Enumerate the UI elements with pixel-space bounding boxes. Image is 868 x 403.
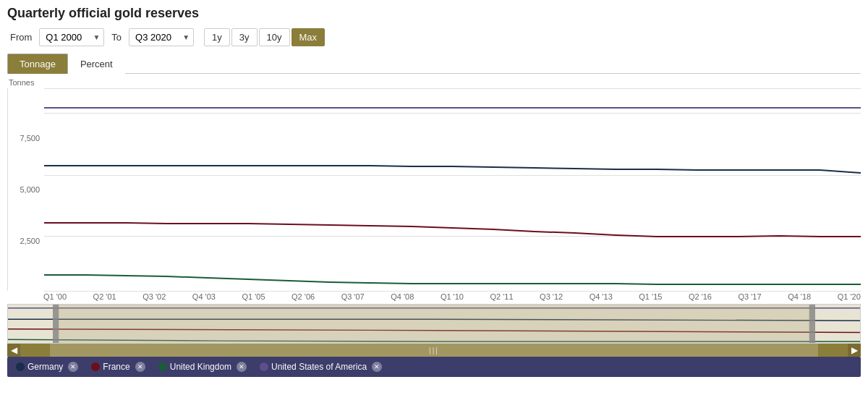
mini-chart-svg: [8, 305, 860, 343]
france-remove-button[interactable]: ✕: [135, 362, 145, 372]
page: Quarterly official gold reserves From Q1…: [0, 0, 868, 377]
from-select-wrapper: Q1 2000Q2 2000Q3 2000 ▼: [39, 28, 104, 46]
legend-item-germany: Germany ✕: [16, 362, 78, 372]
x-tick-4: Q1 '05: [242, 292, 265, 301]
scrollbar[interactable]: ◀ ||| ▶: [7, 344, 861, 357]
chart-inner: [44, 88, 861, 291]
x-tick-3: Q4 '03: [192, 292, 216, 301]
x-tick-11: Q4 '13: [590, 292, 613, 301]
x-tick-5: Q2 '06: [292, 292, 315, 301]
from-select[interactable]: Q1 2000Q2 2000Q3 2000: [39, 28, 104, 46]
chart-title: Quarterly official gold reserves: [7, 6, 861, 21]
tabs: Tonnage Percent: [7, 54, 861, 74]
x-tick-10: Q3 '12: [540, 292, 563, 301]
gridline-bottom: [44, 291, 861, 292]
x-tick-0: Q1 '00: [43, 292, 67, 301]
germany-remove-button[interactable]: ✕: [68, 362, 78, 372]
y-tick-7500: 7,500: [8, 134, 44, 143]
x-tick-6: Q3 '07: [341, 292, 365, 301]
france-line: [44, 223, 861, 237]
x-tick-7: Q4 '08: [391, 292, 414, 301]
x-tick-14: Q3 '17: [739, 292, 762, 301]
legend-item-uk: United Kingdom ✕: [158, 362, 247, 372]
germany-line: [44, 166, 861, 173]
to-select[interactable]: Q1 2020Q2 2020Q3 2020Q4 2020: [129, 28, 194, 46]
france-legend-label: France: [103, 362, 129, 372]
tab-tonnage[interactable]: Tonnage: [7, 54, 68, 74]
period-1y-button[interactable]: 1y: [204, 28, 230, 46]
x-tick-8: Q1 '10: [441, 292, 464, 301]
x-tick-1: Q2 '01: [93, 292, 116, 301]
mini-selection[interactable]: [53, 305, 815, 343]
scrollbar-thumb[interactable]: |||: [50, 344, 818, 357]
period-max-button[interactable]: Max: [292, 28, 326, 46]
uk-legend-label: United Kingdom: [170, 362, 231, 372]
controls-bar: From Q1 2000Q2 2000Q3 2000 ▼ To Q1 2020Q…: [7, 28, 861, 46]
uk-remove-button[interactable]: ✕: [237, 362, 247, 372]
mini-left-handle[interactable]: [53, 305, 59, 343]
mini-chart: [7, 304, 861, 344]
scroll-right-button[interactable]: ▶: [848, 344, 861, 357]
period-3y-button[interactable]: 3y: [231, 28, 258, 46]
legend-item-usa: United States of America ✕: [260, 362, 382, 372]
chart-container: 7,500 5,000 2,500: [7, 88, 861, 291]
to-label: To: [109, 32, 124, 43]
x-tick-12: Q1 '15: [639, 292, 662, 301]
tab-percent[interactable]: Percent: [68, 54, 125, 74]
x-tick-9: Q2 '11: [490, 292, 513, 301]
scroll-grip-icon: |||: [429, 347, 439, 355]
usa-legend-label: United States of America: [271, 362, 367, 372]
from-label: From: [7, 32, 35, 43]
x-tick-15: Q4 '18: [788, 292, 811, 301]
y-axis-label: Tonnes: [7, 78, 861, 87]
scroll-left-button[interactable]: ◀: [7, 344, 20, 357]
y-tick-5000: 5,000: [8, 185, 44, 194]
chart-svg: [44, 88, 861, 291]
chart-area: Tonnes 7,500 5,000 2,500: [7, 78, 861, 377]
france-swatch: [91, 362, 100, 371]
x-tick-13: Q2 '16: [689, 292, 712, 301]
uk-swatch: [158, 362, 167, 371]
x-tick-2: Q3 '02: [142, 292, 166, 301]
period-buttons: 1y 3y 10y Max: [204, 28, 325, 46]
usa-swatch: [260, 362, 268, 371]
germany-legend-label: Germany: [27, 362, 63, 372]
y-axis-labels: 7,500 5,000 2,500: [8, 88, 44, 291]
uk-line: [44, 275, 861, 284]
legend-bar: Germany ✕ France ✕ United Kingdom ✕ Unit…: [7, 357, 861, 377]
y-tick-2500: 2,500: [8, 237, 44, 245]
x-tick-16: Q1 '20: [838, 292, 861, 301]
period-10y-button[interactable]: 10y: [259, 28, 290, 46]
germany-swatch: [16, 362, 25, 371]
mini-right-handle[interactable]: [809, 305, 815, 343]
to-select-wrapper: Q1 2020Q2 2020Q3 2020Q4 2020 ▼: [129, 28, 194, 46]
legend-item-france: France ✕: [91, 362, 145, 372]
x-axis-labels: Q1 '00 Q2 '01 Q3 '02 Q4 '03 Q1 '05 Q2 '0…: [7, 291, 861, 301]
usa-remove-button[interactable]: ✕: [372, 362, 382, 372]
